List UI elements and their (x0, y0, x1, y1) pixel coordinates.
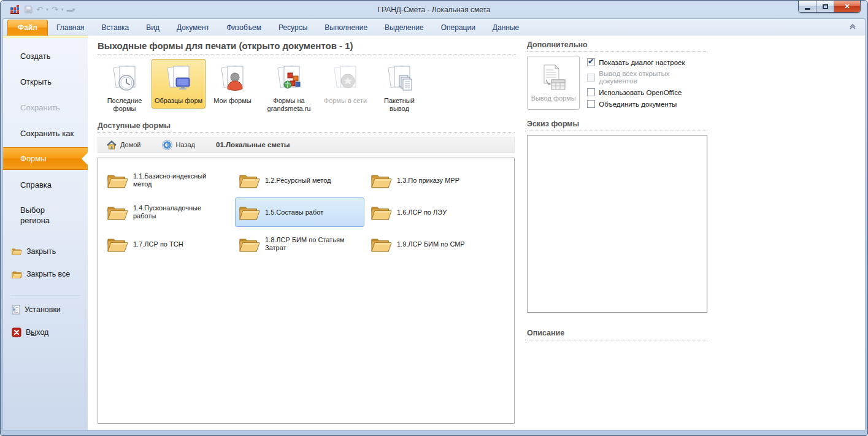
sidebar-item-close[interactable]: Закрыть (3, 240, 88, 262)
sample-forms-icon (153, 63, 204, 95)
back-button[interactable]: Назад (159, 139, 198, 151)
category-my-forms[interactable]: Мои формы (205, 59, 259, 109)
sidebar-item-open[interactable]: Открыть (3, 69, 88, 94)
additional-panel: Дополнительно (516, 36, 707, 430)
maximize-button[interactable] (816, 1, 834, 12)
checkbox-checked-icon (587, 58, 595, 66)
checkbox-disabled-icon (587, 74, 595, 82)
window-controls: ✕ (798, 1, 861, 13)
tab-fizobem[interactable]: Физобъем (218, 20, 270, 36)
divider (527, 131, 707, 131)
divider (98, 55, 516, 55)
home-icon (107, 140, 117, 150)
sidebar-item-forms[interactable]: Формы (3, 147, 88, 170)
divider (527, 52, 707, 52)
sidebar-item-settings[interactable]: Установки (3, 298, 88, 321)
folder-icon (371, 204, 392, 221)
backstage-content: Выходные формы для печати (открыто докум… (88, 36, 865, 430)
output-form-button: Вывод формы (527, 56, 580, 110)
close-button[interactable]: ✕ (834, 1, 860, 12)
folder-icon (239, 172, 260, 189)
tab-vydelenie[interactable]: Выделение (376, 20, 432, 36)
description-header: Описание (527, 324, 707, 340)
folder-item[interactable]: 1.3.По приказу МРР (367, 166, 496, 195)
checkbox-unchecked-icon (587, 100, 595, 108)
sidebar-divider (10, 295, 80, 296)
folder-icon (107, 236, 128, 253)
folders-close-all-icon (12, 270, 22, 278)
category-forms-network: Формы в сети (318, 59, 372, 109)
sidebar-item-save: Сохранить (3, 94, 88, 120)
maximize-icon (823, 4, 828, 9)
folder-item[interactable]: 1.6.ЛСР по ЛЭУ (367, 197, 496, 227)
checkbox-use-openoffice[interactable]: Использовать OpenOffice (587, 88, 707, 96)
selected-notch (82, 153, 88, 165)
tab-vstavka[interactable]: Вставка (93, 20, 138, 36)
settings-page-icon (12, 305, 20, 315)
window-title: ГРАНД-Смета - Локальная смета (2, 6, 866, 14)
sidebar-item-close-all[interactable]: Закрыть все (3, 262, 88, 285)
sidebar-item-exit[interactable]: Выход (3, 321, 88, 343)
category-sample-forms[interactable]: Образцы форм (152, 59, 205, 109)
tab-vypolnenie[interactable]: Выполнение (316, 20, 376, 36)
close-icon: ✕ (844, 2, 850, 10)
folder-icon (239, 204, 260, 221)
page-title: Выходные формы для печати (открыто докум… (98, 39, 516, 55)
backstage-accent-line (3, 36, 88, 38)
tab-vid[interactable]: Вид (137, 20, 168, 36)
category-recent-forms[interactable]: Последние формы (98, 59, 152, 117)
form-thumbnail-preview (527, 135, 707, 313)
folder-item[interactable]: 1.8.ЛСР БИМ по Статьям Затрат (235, 229, 364, 259)
ribbon-tab-bar: Файл Главная Вставка Вид Документ Физобъ… (2, 18, 866, 36)
tab-resursy[interactable]: Ресурсы (270, 20, 316, 36)
available-forms-header: Доступные формы (98, 117, 516, 132)
additional-header: Дополнительно (527, 40, 707, 52)
backstage-view: Создать Открыть Сохранить Сохранить как … (2, 36, 866, 430)
minimize-button[interactable] (799, 1, 816, 12)
thumbnail-header: Эскиз формы (527, 115, 707, 131)
folder-icon (107, 204, 128, 221)
folder-item[interactable]: 1.7.ЛСР по ТСН (103, 229, 232, 259)
sidebar-item-create[interactable]: Создать (3, 43, 88, 69)
folder-item[interactable]: 1.4.Пусконаладочные работы (103, 197, 232, 227)
checkbox-unchecked-icon (587, 88, 595, 96)
divider (527, 340, 707, 340)
category-batch-output[interactable]: Пакетный вывод (372, 59, 426, 117)
my-forms-icon (207, 63, 258, 95)
folder-item-selected[interactable]: 1.5.Составы работ (235, 197, 364, 227)
sidebar-item-help[interactable]: Справка (3, 171, 88, 198)
tab-glavnaya[interactable]: Главная (48, 20, 93, 36)
folder-close-icon (12, 247, 22, 256)
forms-main-panel: Выходные формы для печати (открыто докум… (88, 36, 516, 430)
forms-folder-list: 1.1.Базисно-индексный метод 1.2.Ресурсны… (98, 158, 515, 424)
tab-operacii[interactable]: Операции (432, 20, 484, 36)
folder-icon (371, 172, 392, 189)
folder-item[interactable]: 1.1.Базисно-индексный метод (103, 166, 232, 195)
breadcrumb: 01.Локальные сметы (216, 141, 290, 148)
folder-icon (107, 172, 128, 189)
checkbox-output-all-documents: Вывод всех открытых документов (587, 70, 707, 85)
folder-item[interactable]: 1.9.ЛСР БИМ по СМР (367, 229, 496, 259)
tab-dannye[interactable]: Данные (484, 20, 528, 36)
minimize-icon (805, 8, 810, 10)
sidebar-item-save-as[interactable]: Сохранить как (3, 120, 88, 146)
folder-icon (239, 236, 260, 253)
backstage-sidebar: Создать Открыть Сохранить Сохранить как … (3, 36, 88, 430)
app-window: ↶▾ ↷▾ ▬▾ ГРАНД-Смета - Локальная смета ✕… (0, 0, 868, 436)
checkbox-merge-documents[interactable]: Объединить документы (587, 100, 707, 108)
home-button[interactable]: Домой (104, 139, 144, 151)
output-form-icon (539, 64, 567, 92)
tab-file[interactable]: Файл (7, 20, 48, 36)
form-category-row: Последние формы Образцы ф (98, 59, 516, 117)
checkbox-show-settings-dialog[interactable]: Показать диалог настроек (587, 58, 707, 66)
output-options: Показать диалог настроек Вывод всех откр… (587, 56, 707, 110)
back-icon (162, 140, 172, 150)
tab-dokument[interactable]: Документ (168, 20, 218, 36)
network-forms-icon (320, 63, 371, 95)
recent-forms-icon (99, 63, 150, 95)
folder-icon (371, 236, 392, 253)
collapse-ribbon-icon[interactable] (849, 24, 856, 30)
folder-item[interactable]: 1.2.Ресурсный метод (235, 166, 364, 195)
sidebar-item-region[interactable]: Выбор региона (3, 198, 71, 232)
category-forms-grandsmeta[interactable]: Формы на grandsmeta.ru (259, 59, 318, 117)
